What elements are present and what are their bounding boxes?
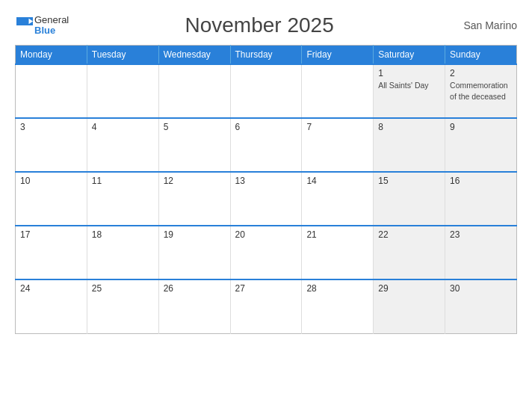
calendar-cell: 24 bbox=[16, 279, 87, 333]
day-number: 6 bbox=[235, 122, 297, 132]
calendar-cell: 7 bbox=[302, 118, 374, 172]
col-friday: Friday bbox=[302, 46, 374, 65]
day-number: 15 bbox=[378, 176, 440, 186]
month-title: November 2025 bbox=[69, 13, 450, 37]
day-number: 12 bbox=[164, 176, 226, 186]
calendar-cell: 14 bbox=[302, 172, 374, 226]
day-number: 7 bbox=[306, 122, 368, 132]
calendar-cell: 13 bbox=[230, 172, 302, 226]
day-number: 29 bbox=[378, 283, 440, 294]
logo-text: General Blue bbox=[34, 15, 69, 37]
day-number: 27 bbox=[235, 283, 297, 294]
day-number: 19 bbox=[164, 229, 226, 240]
calendar-page: General Blue November 2025 San Marino Mo… bbox=[0, 0, 532, 411]
calendar-header-row: Monday Tuesday Wednesday Thursday Friday… bbox=[16, 46, 517, 65]
col-saturday: Saturday bbox=[374, 46, 445, 65]
day-number: 13 bbox=[235, 176, 297, 186]
day-number: 28 bbox=[306, 283, 368, 294]
day-number: 8 bbox=[378, 122, 440, 132]
logo-general-text: General bbox=[34, 15, 69, 25]
day-number: 5 bbox=[164, 122, 226, 132]
logo-flag-icon bbox=[16, 17, 33, 34]
calendar-cell: 12 bbox=[158, 172, 230, 226]
calendar-cell: 4 bbox=[87, 118, 158, 172]
day-number: 24 bbox=[20, 283, 82, 294]
country-name: San Marino bbox=[450, 19, 517, 31]
calendar-cell: 29 bbox=[374, 279, 445, 333]
calendar-cell: 18 bbox=[87, 226, 158, 279]
calendar-week-row: 10111213141516 bbox=[16, 172, 517, 226]
day-number: 16 bbox=[450, 176, 512, 186]
calendar-cell: 6 bbox=[230, 118, 302, 172]
event-label: Commemoration of the deceased bbox=[450, 81, 508, 101]
logo-blue-text: Blue bbox=[34, 25, 69, 36]
calendar-cell bbox=[302, 64, 374, 118]
logo: General Blue bbox=[15, 15, 69, 37]
header: General Blue November 2025 San Marino bbox=[15, 13, 517, 37]
calendar-week-row: 24252627282930 bbox=[16, 279, 517, 333]
calendar-cell: 8 bbox=[374, 118, 445, 172]
calendar-cell: 11 bbox=[87, 172, 158, 226]
day-number: 23 bbox=[450, 229, 512, 240]
day-number: 21 bbox=[306, 229, 368, 240]
day-number: 26 bbox=[164, 283, 226, 294]
calendar-cell: 16 bbox=[445, 172, 517, 226]
day-number: 20 bbox=[235, 229, 297, 240]
calendar-cell: 19 bbox=[158, 226, 230, 279]
calendar-cell: 15 bbox=[374, 172, 445, 226]
calendar-cell: 28 bbox=[302, 279, 374, 333]
calendar-cell: 5 bbox=[158, 118, 230, 172]
col-sunday: Sunday bbox=[445, 46, 517, 65]
calendar-week-row: 1All Saints' Day2Commemoration of the de… bbox=[16, 64, 517, 118]
day-number: 18 bbox=[92, 229, 154, 240]
calendar-table: Monday Tuesday Wednesday Thursday Friday… bbox=[15, 45, 517, 334]
calendar-week-row: 3456789 bbox=[16, 118, 517, 172]
day-number: 22 bbox=[378, 229, 440, 240]
day-number: 3 bbox=[20, 122, 82, 132]
day-number: 9 bbox=[450, 122, 512, 132]
calendar-cell: 2Commemoration of the deceased bbox=[445, 64, 517, 118]
calendar-cell bbox=[87, 64, 158, 118]
calendar-cell bbox=[16, 64, 87, 118]
day-number: 14 bbox=[306, 176, 368, 186]
calendar-cell: 20 bbox=[230, 226, 302, 279]
calendar-cell: 26 bbox=[158, 279, 230, 333]
col-wednesday: Wednesday bbox=[158, 46, 230, 65]
day-number: 30 bbox=[450, 283, 512, 294]
calendar-cell: 25 bbox=[87, 279, 158, 333]
calendar-cell: 22 bbox=[374, 226, 445, 279]
col-monday: Monday bbox=[16, 46, 87, 65]
event-label: All Saints' Day bbox=[378, 81, 428, 90]
calendar-cell: 30 bbox=[445, 279, 517, 333]
calendar-cell: 21 bbox=[302, 226, 374, 279]
calendar-cell: 3 bbox=[16, 118, 87, 172]
calendar-cell: 17 bbox=[16, 226, 87, 279]
svg-rect-1 bbox=[16, 25, 33, 34]
calendar-cell: 23 bbox=[445, 226, 517, 279]
calendar-cell: 27 bbox=[230, 279, 302, 333]
day-number: 11 bbox=[92, 176, 154, 186]
calendar-cell bbox=[230, 64, 302, 118]
calendar-cell: 1All Saints' Day bbox=[374, 64, 445, 118]
day-number: 10 bbox=[20, 176, 82, 186]
calendar-cell bbox=[158, 64, 230, 118]
col-tuesday: Tuesday bbox=[87, 46, 158, 65]
day-number: 25 bbox=[92, 283, 154, 294]
day-number: 1 bbox=[378, 68, 440, 78]
day-number: 4 bbox=[92, 122, 154, 132]
day-number: 2 bbox=[450, 68, 512, 78]
calendar-week-row: 17181920212223 bbox=[16, 226, 517, 279]
col-thursday: Thursday bbox=[230, 46, 302, 65]
calendar-cell: 9 bbox=[445, 118, 517, 172]
day-number: 17 bbox=[20, 229, 82, 240]
calendar-cell: 10 bbox=[16, 172, 87, 226]
